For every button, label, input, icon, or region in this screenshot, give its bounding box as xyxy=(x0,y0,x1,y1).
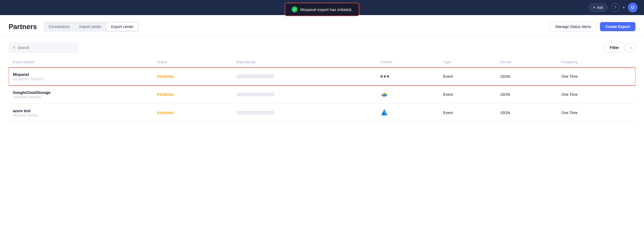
col-frequency: Frequency xyxy=(557,57,635,68)
spark-icon xyxy=(593,6,595,9)
help-button[interactable]: ? xyxy=(611,3,620,12)
search-box[interactable]: ⚲ xyxy=(9,43,78,52)
status-badge: PENDING xyxy=(157,93,174,97)
filter-button[interactable]: Filter xyxy=(604,43,625,52)
partner-cell xyxy=(376,86,439,104)
col-format: Format xyxy=(496,57,557,68)
page-header-right: Manage Status Alerts Create Export xyxy=(550,22,635,31)
search-input[interactable] xyxy=(17,45,74,50)
frequency-cell: One Time xyxy=(557,104,635,122)
table-header-row: Export details Status Exported By Partne… xyxy=(9,57,635,68)
ask-button[interactable]: Ask xyxy=(588,3,608,12)
tab-export-center[interactable]: Export center xyxy=(107,23,138,31)
dot-icon xyxy=(384,75,386,78)
export-name: azure test xyxy=(13,109,149,113)
page-title: Partners xyxy=(9,23,37,31)
chevron-down-button[interactable]: ▾ xyxy=(623,5,625,10)
export-details-cell: Mixpanel xyxy=(9,68,153,86)
status-badge: PENDING xyxy=(157,111,174,115)
dot-icon xyxy=(381,75,383,78)
exported-by-bar xyxy=(237,75,274,78)
col-partner: Partner xyxy=(376,57,439,68)
export-sub xyxy=(13,114,149,117)
exports-table: Export details Status Exported By Partne… xyxy=(9,57,635,122)
toast-message: Mixpanel export has initiated. xyxy=(300,7,352,12)
exported-by-cell xyxy=(232,86,377,104)
main-content: Partners Connections Import center Expor… xyxy=(0,15,644,243)
mixpanel-partner-icon xyxy=(381,75,435,78)
table-row[interactable]: azure test PENDING xyxy=(9,104,635,122)
export-details-cell: azure test xyxy=(9,104,153,122)
table-container: ⚲ Filter ‹ Export details Status Exporte xyxy=(0,36,644,128)
gcs-partner-icon xyxy=(381,91,388,97)
chevron-left-icon: ‹ xyxy=(630,45,632,50)
export-name: GoogleCloudStorage xyxy=(13,90,149,95)
create-export-button[interactable]: Create Export xyxy=(600,22,635,31)
exported-by-bar xyxy=(237,111,274,115)
sub-pill xyxy=(13,96,28,98)
export-sub xyxy=(13,96,149,98)
type-cell: Event xyxy=(439,86,496,104)
col-export-details: Export details xyxy=(9,57,153,68)
status-cell: PENDING xyxy=(153,86,232,104)
sub-pill xyxy=(13,78,29,80)
exported-by-cell xyxy=(232,104,377,122)
topbar: Mixpanel export has initiated. Ask ? ▾ U xyxy=(0,0,644,15)
partner-cell xyxy=(376,68,439,86)
exported-by-bar xyxy=(237,93,274,96)
export-details-cell: GoogleCloudStorage xyxy=(9,86,153,104)
table-row[interactable]: Mixpanel PENDING xyxy=(9,68,635,86)
format-cell: JSON xyxy=(496,68,557,86)
sub-pill xyxy=(29,96,41,98)
table-wrapper: Export details Status Exported By Partne… xyxy=(9,57,635,122)
status-cell: PENDING xyxy=(153,68,232,86)
collapse-panel-button[interactable]: ‹ xyxy=(627,43,635,52)
manage-status-alerts-button[interactable]: Manage Status Alerts xyxy=(550,22,597,31)
frequency-cell: One Time xyxy=(557,86,635,104)
ask-label: Ask xyxy=(597,5,603,10)
format-cell: JSON xyxy=(496,86,557,104)
tab-import-center[interactable]: Import center xyxy=(75,23,106,31)
page-header-left: Partners Connections Import center Expor… xyxy=(9,22,139,32)
status-badge: PENDING xyxy=(157,75,174,79)
tab-navigation: Connections Import center Export center xyxy=(44,22,139,32)
type-cell: Event xyxy=(439,104,496,122)
filter-area: Filter ‹ xyxy=(604,43,635,52)
tab-connections[interactable]: Connections xyxy=(45,23,74,31)
help-icon: ? xyxy=(614,5,616,10)
table-row[interactable]: GoogleCloudStorage PENDING xyxy=(9,86,635,104)
sub-pill xyxy=(27,114,38,117)
col-type: Type xyxy=(439,57,496,68)
exported-by-cell xyxy=(232,68,377,86)
status-cell: PENDING xyxy=(153,104,232,122)
col-status: Status xyxy=(153,57,232,68)
page-header: Partners Connections Import center Expor… xyxy=(0,15,644,36)
dot-icon xyxy=(387,75,389,78)
type-cell: Event xyxy=(439,68,496,86)
format-cell: JSON xyxy=(496,104,557,122)
search-icon: ⚲ xyxy=(13,45,15,50)
export-sub xyxy=(13,78,149,80)
export-name: Mixpanel xyxy=(13,72,149,77)
avatar[interactable]: U xyxy=(628,3,638,12)
table-toolbar: ⚲ Filter ‹ xyxy=(9,43,635,52)
toast-notification: Mixpanel export has initiated. xyxy=(285,3,359,16)
toast-success-icon xyxy=(292,6,298,12)
azure-partner-icon xyxy=(381,108,388,116)
col-exported-by: Exported By xyxy=(232,57,377,68)
frequency-cell: One Time xyxy=(557,68,635,86)
partner-cell xyxy=(376,104,439,122)
sub-pill xyxy=(13,114,26,117)
sub-pill xyxy=(30,78,44,80)
